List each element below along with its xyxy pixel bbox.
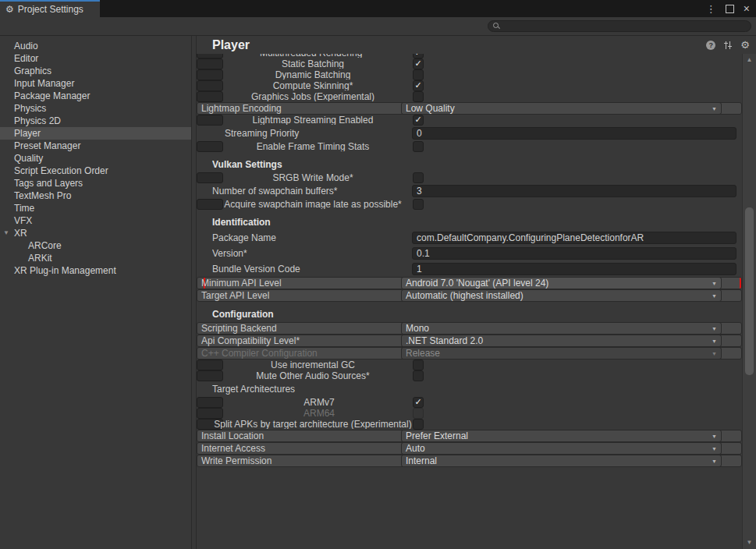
checkbox[interactable]: ✓ xyxy=(413,397,424,408)
close-icon[interactable]: × xyxy=(744,3,750,14)
scroll-up-icon[interactable]: ▲ xyxy=(743,56,756,64)
sidebar-item-player[interactable]: Player xyxy=(0,127,191,140)
sidebar-item-input-manager[interactable]: Input Manager xyxy=(0,77,191,90)
checkbox[interactable]: ✓ xyxy=(413,58,424,69)
checkbox[interactable] xyxy=(413,370,424,381)
settings-row: Number of swapchain buffers*3 xyxy=(197,183,742,199)
settings-gear-icon[interactable]: ⚙ xyxy=(740,40,750,50)
help-icon[interactable]: ? xyxy=(706,41,715,50)
scrollbar[interactable]: ▲ ▼ xyxy=(742,54,756,549)
sidebar-item-xr[interactable]: ▼XR xyxy=(0,227,191,239)
row-label: Package Name xyxy=(212,232,412,243)
row-value xyxy=(413,199,424,210)
settings-row: Scripting BackendMono▼ xyxy=(197,322,742,335)
search-box[interactable] xyxy=(488,20,751,32)
row-value: ✓ xyxy=(413,80,424,91)
dropdown-value: Prefer External xyxy=(406,430,468,441)
row-label: Split APKs by target architecture (Exper… xyxy=(213,420,413,429)
settings-row: Use incremental GC xyxy=(197,360,223,370)
dropdown[interactable]: Internal▼ xyxy=(401,455,722,467)
gear-icon: ⚙ xyxy=(5,5,14,14)
section-header: Identification xyxy=(212,217,271,228)
sidebar-item-tags-and-layers[interactable]: Tags and Layers xyxy=(0,177,191,189)
settings-row: Streaming Priority0 xyxy=(197,126,742,141)
checkbox[interactable] xyxy=(413,360,424,370)
settings-row: Api Compatibility Level*.NET Standard 2.… xyxy=(197,335,742,347)
foldout-icon[interactable]: ▼ xyxy=(3,227,9,239)
dropdown[interactable]: .NET Standard 2.0▼ xyxy=(401,335,722,347)
row-value: Low Quality▼ xyxy=(401,102,722,115)
row-value: Release▼ xyxy=(401,347,722,360)
checkbox[interactable] xyxy=(413,408,424,419)
scrollbar-thumb[interactable] xyxy=(745,207,754,375)
settings-row: ARM64 xyxy=(197,408,223,419)
dropdown[interactable]: Mono▼ xyxy=(401,322,722,335)
text-field[interactable]: 0 xyxy=(412,127,736,140)
text-field[interactable]: com.DefaultCompany.ConfiguringPlaneDetec… xyxy=(412,232,736,244)
tab-project-settings[interactable]: ⚙ Project Settings xyxy=(0,0,100,17)
sidebar-item-quality[interactable]: Quality xyxy=(0,152,191,165)
dropdown-value: .NET Standard 2.0 xyxy=(406,335,483,346)
sidebar-item-label: Audio xyxy=(14,41,38,51)
settings-row: Bundle Version Code1 xyxy=(197,261,742,277)
row-label: C++ Compiler Configuration xyxy=(201,348,401,359)
checkbox[interactable]: ✓ xyxy=(413,115,424,126)
sidebar-item-label: Editor xyxy=(14,53,38,64)
row-label: Internet Access xyxy=(201,443,401,454)
text-field[interactable]: 0.1 xyxy=(412,247,736,260)
row-label: Streaming Priority xyxy=(212,128,412,139)
chevron-down-icon: ▼ xyxy=(712,323,717,335)
sidebar-item-arkit[interactable]: ARKit xyxy=(0,252,191,264)
settings-row: Install LocationPrefer External▼ xyxy=(197,430,742,442)
dropdown[interactable]: Prefer External▼ xyxy=(401,430,722,442)
checkbox[interactable] xyxy=(413,419,424,430)
dropdown[interactable]: Auto▼ xyxy=(401,442,722,455)
section-header: Vulkan Settings xyxy=(212,159,282,170)
sidebar-item-audio[interactable]: Audio xyxy=(0,40,191,52)
presets-icon[interactable] xyxy=(723,41,733,50)
sidebar-item-editor[interactable]: Editor xyxy=(0,52,191,65)
dropdown-value: Android 7.0 'Nougat' (API level 24) xyxy=(406,278,548,289)
sidebar-item-textmesh-pro[interactable]: TextMesh Pro xyxy=(0,189,191,202)
sidebar-item-graphics[interactable]: Graphics xyxy=(0,65,191,77)
dropdown[interactable]: Automatic (highest installed)▼ xyxy=(401,289,722,302)
checkbox[interactable] xyxy=(413,141,424,152)
sidebar-divider[interactable] xyxy=(191,36,197,549)
sidebar-item-label: Physics 2D xyxy=(14,115,61,126)
text-field[interactable]: 3 xyxy=(412,185,736,197)
scroll-down-icon[interactable]: ▼ xyxy=(743,539,756,547)
sidebar-item-preset-manager[interactable]: Preset Manager xyxy=(0,140,191,152)
row-value: Auto▼ xyxy=(401,442,722,455)
checkbox[interactable]: ✓ xyxy=(413,80,424,91)
checkbox[interactable] xyxy=(413,199,424,210)
sidebar-item-script-execution-order[interactable]: Script Execution Order xyxy=(0,165,191,177)
sidebar-item-time[interactable]: Time xyxy=(0,202,191,214)
row-value: 0 xyxy=(412,127,736,140)
settings-row: Split APKs by target architecture (Exper… xyxy=(197,419,223,430)
window-menu-icon[interactable]: ⋮ xyxy=(706,3,716,15)
row-label: Api Compatibility Level* xyxy=(201,335,401,346)
dropdown[interactable]: Release▼ xyxy=(401,347,722,360)
sidebar-item-physics[interactable]: Physics xyxy=(0,102,191,115)
dropdown[interactable]: Android 7.0 'Nougat' (API level 24)▼ xyxy=(401,277,722,289)
sidebar-item-xr-plug-in-management[interactable]: XR Plug-in Management xyxy=(0,264,191,277)
settings-row: Static Batching✓ xyxy=(197,58,223,69)
sidebar-item-package-manager[interactable]: Package Manager xyxy=(0,90,191,102)
sidebar-item-label: Preset Manager xyxy=(14,140,80,151)
search-input[interactable] xyxy=(503,21,740,32)
checkbox[interactable] xyxy=(413,91,424,102)
settings-row: ARMv7✓ xyxy=(197,397,223,408)
checkbox[interactable] xyxy=(413,172,424,183)
sidebar-item-vfx[interactable]: VFX xyxy=(0,214,191,227)
checkbox[interactable] xyxy=(413,69,424,80)
sidebar-item-physics-2d[interactable]: Physics 2D xyxy=(0,115,191,127)
text-field[interactable]: 1 xyxy=(412,263,736,275)
sidebar-item-arcore[interactable]: ARCore xyxy=(0,239,191,252)
dropdown[interactable]: Low Quality▼ xyxy=(401,102,722,115)
settings-row: Compute Skinning*✓ xyxy=(197,80,223,91)
maximize-icon[interactable] xyxy=(726,5,734,13)
chevron-down-icon: ▼ xyxy=(712,443,717,455)
settings-row: Lightmap EncodingLow Quality▼ xyxy=(197,102,742,115)
chevron-down-icon: ▼ xyxy=(712,290,717,302)
dropdown-value: Low Quality xyxy=(406,103,455,114)
